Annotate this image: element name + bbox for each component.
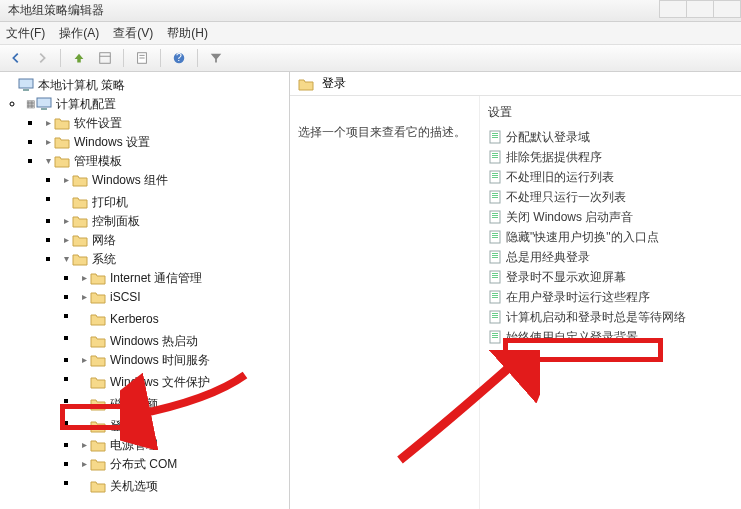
folder-icon	[72, 252, 88, 266]
setting-label: 不处理旧的运行列表	[506, 169, 614, 186]
showhide-button[interactable]	[95, 48, 115, 68]
policy-icon	[488, 130, 502, 144]
setting-label: 不处理只运行一次列表	[506, 189, 626, 206]
tree-label: 计算机配置	[56, 95, 116, 113]
tree-windows-fileprot[interactable]: Windows 文件保护	[78, 373, 289, 391]
folder-icon	[72, 173, 88, 187]
setting-item[interactable]: 排除凭据提供程序	[480, 147, 741, 167]
svg-rect-50	[492, 317, 498, 318]
tree-kerberos[interactable]: Kerberos	[78, 310, 289, 328]
expander-icon[interactable]: ▸	[60, 171, 72, 189]
setting-item[interactable]: 分配默认登录域	[480, 127, 741, 147]
tree-label: 电源管理	[110, 436, 158, 454]
menu-view[interactable]: 查看(V)	[113, 25, 153, 42]
tree-computer-config[interactable]: ▦ 计算机配置	[24, 95, 289, 113]
tree-label: Internet 通信管理	[110, 269, 202, 287]
tree-logon[interactable]: 登录	[78, 417, 289, 435]
window-title: 本地组策略编辑器	[8, 2, 104, 19]
svg-rect-44	[492, 293, 498, 294]
tree-label: 系统	[92, 250, 116, 268]
expander-icon[interactable]: ▸	[60, 212, 72, 230]
expander-icon[interactable]: ▸	[78, 436, 90, 454]
content-title: 登录	[322, 75, 346, 92]
svg-rect-41	[492, 275, 498, 276]
svg-rect-49	[492, 315, 498, 316]
settings-header: 设置	[480, 100, 741, 127]
tree-windows-time[interactable]: ▸Windows 时间服务	[78, 351, 289, 369]
expander-icon[interactable]: ▸	[78, 455, 90, 473]
tree-system[interactable]: ▾系统	[60, 250, 289, 268]
tree-dcom[interactable]: ▸分布式 COM	[78, 455, 289, 473]
menu-help[interactable]: 帮助(H)	[167, 25, 208, 42]
svg-rect-52	[492, 333, 498, 334]
policy-icon	[488, 310, 502, 324]
up-button[interactable]	[69, 48, 89, 68]
tree-label: Windows 时间服务	[110, 351, 210, 369]
expander-icon[interactable]: ▸	[42, 114, 54, 132]
tree-label: 本地计算机 策略	[38, 76, 125, 94]
setting-item[interactable]: 不处理旧的运行列表	[480, 167, 741, 187]
maximize-button[interactable]	[686, 0, 714, 18]
folder-icon	[298, 77, 314, 91]
setting-item[interactable]: 在用户登录时运行这些程序	[480, 287, 741, 307]
tree-control-panel[interactable]: ▸控制面板	[60, 212, 289, 230]
setting-item[interactable]: 不处理只运行一次列表	[480, 187, 741, 207]
expander-icon[interactable]: ▸	[78, 288, 90, 306]
tree-network[interactable]: ▸网络	[60, 231, 289, 249]
expander-icon[interactable]: ▸	[60, 231, 72, 249]
svg-rect-38	[492, 257, 498, 258]
svg-rect-16	[492, 153, 498, 154]
folder-icon	[90, 457, 106, 471]
menu-file[interactable]: 文件(F)	[6, 25, 45, 42]
tree-printers[interactable]: 打印机	[60, 193, 289, 211]
expander-icon[interactable]: ▸	[78, 269, 90, 287]
tree-shutdown-opts[interactable]: 关机选项	[78, 477, 289, 495]
tree-iscsi[interactable]: ▸iSCSI	[78, 288, 289, 306]
tree-internet-comm[interactable]: ▸Internet 通信管理	[78, 269, 289, 287]
svg-rect-33	[492, 235, 498, 236]
expander-icon[interactable]: ▾	[60, 250, 72, 268]
properties-button[interactable]	[132, 48, 152, 68]
svg-rect-28	[492, 213, 498, 214]
folder-icon	[90, 312, 106, 326]
tree-windows-components[interactable]: ▸Windows 组件	[60, 171, 289, 189]
policy-icon	[488, 250, 502, 264]
expander-icon[interactable]: ▦	[24, 95, 36, 113]
toolbar: ?	[0, 44, 741, 72]
setting-item[interactable]: 始终使用自定义登录背景	[480, 327, 741, 347]
expander-icon[interactable]: ▸	[78, 351, 90, 369]
tree-label: 登录	[110, 417, 134, 435]
folder-icon	[90, 353, 106, 367]
setting-item[interactable]: 总是用经典登录	[480, 247, 741, 267]
expander-icon[interactable]: ▸	[42, 133, 54, 151]
setting-item[interactable]: 隐藏"快速用户切换"的入口点	[480, 227, 741, 247]
toolbar-separator	[60, 49, 61, 67]
menu-action[interactable]: 操作(A)	[59, 25, 99, 42]
content-body: 选择一个项目来查看它的描述。 设置 分配默认登录域排除凭据提供程序不处理旧的运行…	[290, 96, 741, 509]
tree-root[interactable]: 本地计算机 策略	[6, 76, 289, 94]
folder-icon	[90, 397, 106, 411]
expander-icon[interactable]: ▾	[42, 152, 54, 170]
toolbar-separator	[160, 49, 161, 67]
forward-button[interactable]	[32, 48, 52, 68]
svg-rect-12	[492, 133, 498, 134]
back-button[interactable]	[6, 48, 26, 68]
tree-windows-hotstart[interactable]: Windows 热启动	[78, 332, 289, 350]
setting-item[interactable]: 计算机启动和登录时总是等待网络	[480, 307, 741, 327]
close-button[interactable]	[713, 0, 741, 18]
tree-software-settings[interactable]: ▸软件设置	[42, 114, 289, 132]
filter-button[interactable]	[206, 48, 226, 68]
setting-label: 分配默认登录域	[506, 129, 590, 146]
setting-item[interactable]: 登录时不显示欢迎屏幕	[480, 267, 741, 287]
help-button[interactable]: ?	[169, 48, 189, 68]
tree-power-mgmt[interactable]: ▸电源管理	[78, 436, 289, 454]
svg-rect-0	[100, 53, 111, 64]
svg-rect-42	[492, 277, 498, 278]
tree-admin-templates[interactable]: ▾管理模板	[42, 152, 289, 170]
setting-label: 始终使用自定义登录背景	[506, 329, 638, 346]
minimize-button[interactable]	[659, 0, 687, 18]
tree-windows-settings[interactable]: ▸Windows 设置	[42, 133, 289, 151]
tree-disk-quota[interactable]: 磁盘配额	[78, 395, 289, 413]
menubar: 文件(F) 操作(A) 查看(V) 帮助(H)	[0, 22, 741, 44]
setting-item[interactable]: 关闭 Windows 启动声音	[480, 207, 741, 227]
